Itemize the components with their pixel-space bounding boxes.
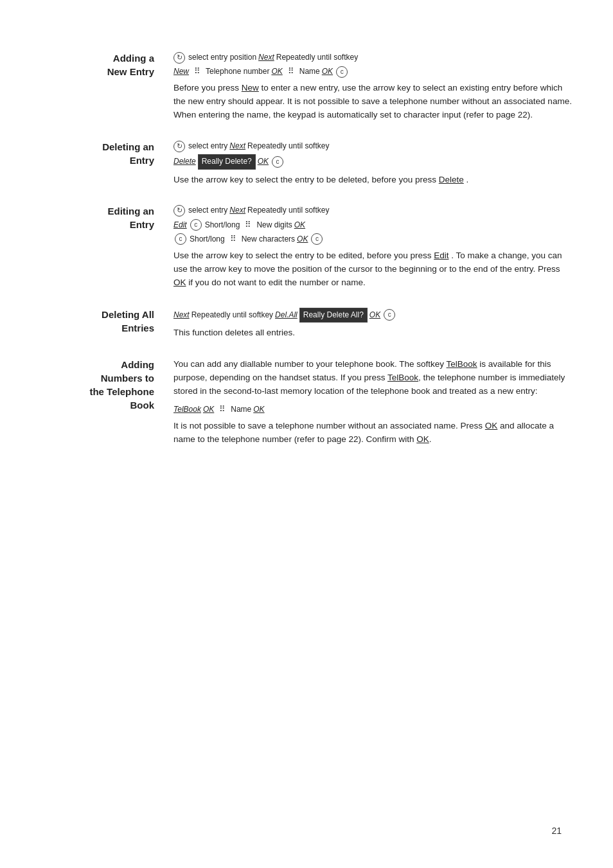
edit-next-key: Next — [229, 204, 245, 217]
edit-shortlong-text: Short/long — [205, 219, 240, 231]
section-body-editing: ↻ select entry Next Repeatedly until sof… — [173, 204, 574, 289]
instruction-row-2: New ⠿ Telephone number OK ⠿ Name OK c — [173, 66, 574, 78]
edit-instruction-row-1: ↻ select entry Next Repeatedly until sof… — [173, 204, 574, 217]
c-circle: c — [336, 66, 348, 78]
next-key: Next — [258, 51, 274, 64]
really-delete-all-box: Really Delete All? — [299, 308, 368, 323]
edit-c-circle-1: c — [190, 219, 202, 231]
delall-next-key: Next — [173, 309, 190, 321]
section-title-editing: Editing anEntry — [39, 204, 173, 289]
edit-grid-icon: ⠿ — [242, 220, 254, 229]
arrow-icon: ↻ — [173, 52, 185, 64]
delall-key: Del.All — [275, 309, 298, 321]
del-repeatedly-text: Repeatedly until softkey — [247, 140, 329, 152]
ok-key-1: OK — [271, 66, 282, 78]
adding-numbers-body-2: It is not possible to save a telephone n… — [173, 420, 574, 447]
telbook-ok-key-2: OK — [253, 403, 264, 416]
delall-c-circle: c — [384, 309, 395, 321]
del-ok-key: OK — [258, 155, 269, 168]
telbook-grid-icon: ⠿ — [217, 405, 228, 414]
name-text: Name — [299, 66, 320, 78]
instruction-row-1: ↻ select entry position Next Repeatedly … — [173, 51, 574, 64]
page-number: 21 — [551, 826, 562, 836]
section-body-adding: ↻ select entry position Next Repeatedly … — [173, 51, 574, 122]
telephone-text: Telephone number — [206, 66, 269, 78]
del-c-circle: c — [272, 156, 283, 168]
section-title-deleting: Deleting anEntry — [39, 140, 173, 186]
section-title-deleting-all: Deleting AllEntries — [39, 308, 173, 340]
content-area: Adding aNew Entry ↻ select entry positio… — [39, 51, 574, 465]
page: Adding aNew Entry ↻ select entry positio… — [0, 0, 613, 868]
delete-key: Delete — [173, 155, 196, 168]
edit-c-circle-3: c — [311, 233, 323, 245]
deleting-entry-body: Use the arrow key to select the entry to… — [173, 173, 574, 187]
edit-c-circle-2: c — [175, 233, 186, 245]
grid-icon-1: ⠿ — [191, 67, 203, 76]
really-delete-box: Really Delete? — [198, 154, 256, 169]
section-adding-new-entry: Adding aNew Entry ↻ select entry positio… — [39, 51, 574, 122]
edit-shortlong-text-2: Short/long — [190, 233, 225, 245]
deleting-all-body: This function deletes all entries. — [173, 326, 574, 340]
section-title-adding: Adding aNew Entry — [39, 51, 173, 122]
section-body-deleting-all: Next Repeatedly until softkey Del.All Re… — [173, 308, 574, 340]
telbook-instruction-row: TelBook OK ⠿ Name OK — [173, 403, 574, 416]
grid-icon-2: ⠿ — [285, 67, 297, 76]
section-deleting-entry: Deleting anEntry ↻ select entry Next Rep… — [39, 140, 574, 186]
edit-repeatedly-text: Repeatedly until softkey — [247, 204, 329, 217]
telbook-name-text: Name — [231, 403, 251, 416]
del-select-text: select entry — [188, 140, 227, 152]
repeatedly-text: Repeatedly until softkey — [276, 51, 358, 64]
delall-ok-key: OK — [369, 309, 380, 321]
section-body-deleting: ↻ select entry Next Repeatedly until sof… — [173, 140, 574, 186]
telbook-key: TelBook — [173, 403, 201, 416]
section-editing-entry: Editing anEntry ↻ select entry Next Repe… — [39, 204, 574, 289]
delall-repeatedly-text: Repeatedly until softkey — [191, 309, 273, 321]
ok-key-2: OK — [322, 66, 333, 78]
section-adding-numbers: AddingNumbers tothe TelephoneBook You ca… — [39, 358, 574, 447]
delall-instruction-row-1: Next Repeatedly until softkey Del.All Re… — [173, 308, 574, 323]
editing-entry-body: Use the arrow key to select the entry to… — [173, 249, 574, 290]
del-next-key: Next — [229, 140, 245, 152]
section-body-adding-numbers: You can add any diallable number to your… — [173, 358, 574, 447]
edit-newdigits-text: New digits — [256, 219, 292, 231]
del-arrow-icon: ↻ — [173, 141, 185, 152]
section-title-adding-numbers: AddingNumbers tothe TelephoneBook — [39, 358, 173, 447]
edit-select-text: select entry — [188, 204, 227, 217]
select-text: select entry position — [188, 51, 256, 64]
adding-new-entry-body: Before you press New to enter a new entr… — [173, 82, 574, 122]
edit-arrow-icon: ↻ — [173, 205, 185, 217]
edit-grid-icon-2: ⠿ — [227, 235, 239, 244]
section-deleting-all: Deleting AllEntries Next Repeatedly unti… — [39, 308, 574, 340]
edit-instruction-row-3: c Short/long ⠿ New characters OK c — [173, 233, 574, 245]
edit-newchars-text: New characters — [242, 233, 295, 245]
edit-instruction-row-2: Edit c Short/long ⠿ New digits OK — [173, 219, 574, 231]
telbook-ok-key: OK — [203, 403, 214, 416]
edit-key: Edit — [173, 219, 187, 231]
edit-ok-key: OK — [294, 219, 305, 231]
edit-ok-key-2: OK — [297, 233, 308, 245]
del-instruction-row-1: ↻ select entry Next Repeatedly until sof… — [173, 140, 574, 152]
adding-numbers-body-1: You can add any diallable number to your… — [173, 358, 574, 398]
del-instruction-row-2: Delete Really Delete? OK c — [173, 154, 574, 169]
new-key: New — [173, 66, 189, 78]
